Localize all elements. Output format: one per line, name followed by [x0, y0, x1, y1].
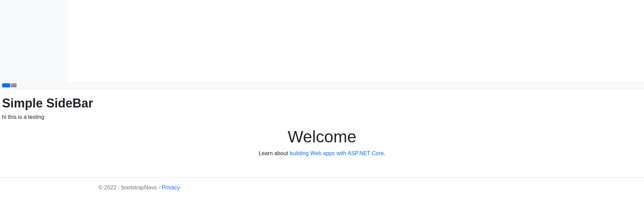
welcome-section: Welcome Learn about building Web apps wi…: [2, 127, 642, 167]
sidebar-area: [0, 0, 68, 82]
welcome-text-prefix: Learn about: [259, 150, 290, 156]
welcome-text: Learn about building Web apps with ASP.N…: [2, 150, 642, 157]
main-content: Simple SideBar hi this is a testing Welc…: [0, 89, 644, 170]
page-title: Simple SideBar: [2, 96, 642, 111]
hamburger-icon[interactable]: [11, 84, 17, 87]
page-subtitle: hi this is a testing: [2, 114, 642, 120]
sidebar-toggle-button[interactable]: [2, 83, 10, 87]
footer: © 2022 - bootstrapNavs - Privacy: [0, 177, 644, 198]
copyright-text: © 2022 - bootstrapNavs: [99, 185, 159, 190]
privacy-link[interactable]: Privacy: [162, 185, 180, 190]
welcome-heading: Welcome: [2, 127, 642, 146]
welcome-text-suffix: .: [384, 150, 385, 156]
aspnet-core-link[interactable]: building Web apps with ASP.NET Core: [290, 150, 384, 156]
toolbar: [0, 82, 644, 89]
footer-dash: -: [158, 185, 162, 190]
footer-content: © 2022 - bootstrapNavs - Privacy: [95, 185, 550, 191]
